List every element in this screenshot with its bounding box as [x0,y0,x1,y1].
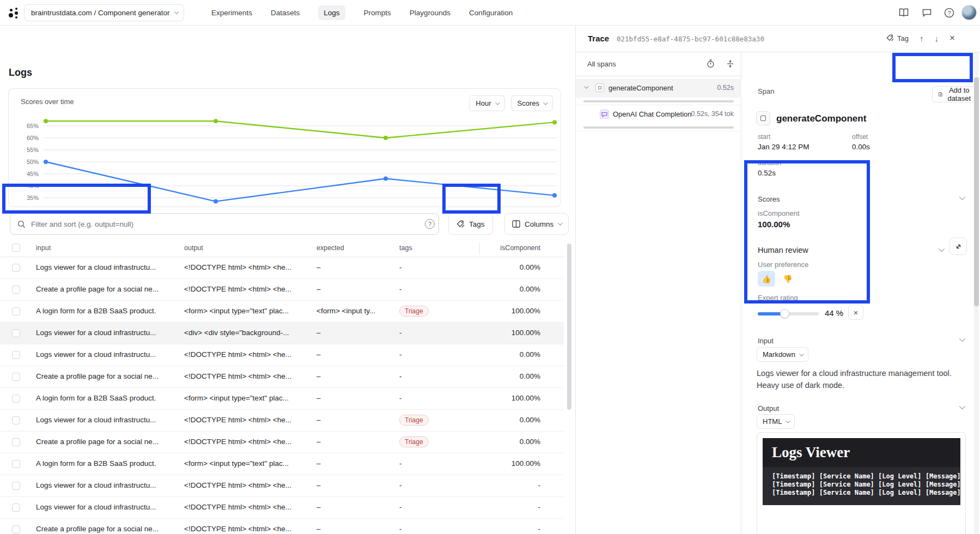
output-collapse-icon[interactable] [959,403,965,409]
table-scrollbar[interactable] [567,244,571,410]
human-review-collapse-icon[interactable] [939,246,945,252]
row-checkbox-box[interactable] [12,416,20,424]
row-checkbox-box[interactable] [12,373,20,381]
user-avatar[interactable] [961,5,977,20]
row-checkbox-box[interactable] [12,395,20,403]
row-checkbox-box[interactable] [12,482,20,490]
col-input[interactable]: input [36,244,176,252]
filter-help-icon[interactable]: ? [425,219,435,229]
cell-input: Logs viewer for a cloud infrastructu... [36,503,176,511]
row-checkbox-box[interactable] [12,525,20,533]
tab-datasets[interactable]: Datasets [271,9,300,17]
close-icon[interactable]: × [949,33,955,44]
metric-label: Scores [518,99,539,107]
thumbs-down-button[interactable]: 👎 [779,271,796,287]
row-checkbox-box[interactable] [12,307,20,315]
row-checkbox[interactable] [12,525,20,534]
input-collapse-icon[interactable] [959,336,965,342]
row-checkbox[interactable] [12,264,20,274]
tags-button[interactable]: Tags [448,213,493,235]
input-text: Logs viewer for a cloud infrastructure m… [757,367,959,391]
row-checkbox-box[interactable] [12,286,20,294]
clear-rating-button[interactable]: × [848,305,863,320]
table-row[interactable]: A login form for a B2B SaaS product.<for… [0,453,564,475]
span-row-generateComponent[interactable]: generateComponent 0.52s [576,79,741,98]
tab-playgrounds[interactable]: Playgrounds [410,9,451,17]
svg-text:55%: 55% [27,147,39,153]
table-row[interactable]: Create a profile page for a social ne...… [0,366,564,388]
row-checkbox-box[interactable] [12,329,20,337]
help-icon[interactable]: ? [943,7,955,19]
col-iscomponent[interactable]: isComponent [466,244,540,252]
cell-iscomponent: 0.00% [466,438,540,446]
project-breadcrumb[interactable]: braintrustdata.com / Component generator [24,4,184,21]
col-tags[interactable]: tags [399,244,467,252]
row-checkbox-box[interactable] [12,351,20,359]
svg-text:65%: 65% [27,123,39,129]
log-line: [Timestamp] [Service Name] [Log Level] [… [772,472,960,481]
filter-input[interactable]: Filter and sort (e.g. output=null) [10,213,439,235]
thumbs-up-button[interactable]: 👍 [758,271,775,287]
slider-knob[interactable] [780,309,789,318]
next-trace-icon[interactable]: ↓ [935,34,939,43]
columns-button[interactable]: Columns [504,213,569,235]
table-row[interactable]: Logs viewer for a cloud infrastructu...<… [0,323,564,344]
chevron-expanded-icon[interactable] [584,84,588,88]
table-row[interactable]: A login form for a B2B SaaS product.<for… [0,388,564,410]
table-row[interactable]: Logs viewer for a cloud infrastructu...<… [0,257,564,279]
tag-button[interactable]: Tag [886,34,909,43]
row-checkbox[interactable] [12,482,20,491]
chevron-down-icon [495,100,500,105]
row-checkbox[interactable] [12,286,20,295]
expand-review-button[interactable] [949,238,967,255]
feedback-chat-icon[interactable] [921,7,933,19]
cell-tags: - [399,263,467,271]
row-checkbox[interactable] [12,503,20,513]
table-row[interactable]: Logs viewer for a cloud infrastructu...<… [0,475,564,497]
metric-dropdown[interactable]: Scores [511,95,553,111]
cell-output: <!DOCTYPE html> <html> <he... [184,481,311,489]
tab-experiments[interactable]: Experiments [211,9,252,17]
row-checkbox[interactable] [12,416,20,426]
output-format-dropdown[interactable]: HTML [757,414,795,429]
tab-logs[interactable]: Logs [318,5,345,20]
table-row[interactable]: A login form for a B2B SaaS product.<for… [0,301,564,323]
interval-dropdown[interactable]: Hour [469,95,504,111]
prev-trace-icon[interactable]: ↑ [920,34,924,43]
span-row-openai-chat-completion[interactable]: OpenAI Chat Completion 0.52s, 354 tok [576,105,741,124]
row-checkbox-box[interactable] [12,503,20,512]
table-row[interactable]: Logs viewer for a cloud infrastructu...<… [0,344,564,366]
page-title: Logs [9,67,32,78]
row-checkbox[interactable] [12,351,20,361]
tab-prompts[interactable]: Prompts [364,9,391,17]
select-all-checkbox[interactable] [12,244,20,252]
row-checkbox[interactable] [12,307,20,317]
detail-scrollbar[interactable] [974,77,979,306]
col-expected[interactable]: expected [316,244,393,252]
row-checkbox[interactable] [12,329,20,339]
row-checkbox[interactable] [12,373,20,383]
stopwatch-icon[interactable] [707,59,715,68]
cell-expected: – [316,263,393,271]
collapse-spans-icon[interactable] [727,59,734,68]
col-output[interactable]: output [184,244,311,252]
row-checkbox[interactable] [12,395,20,404]
row-checkbox-box[interactable] [12,460,20,468]
tab-configuration[interactable]: Configuration [469,9,513,17]
table-row[interactable]: Logs viewer for a cloud infrastructu...<… [0,497,564,519]
output-format-label: HTML [763,417,782,426]
table-row[interactable]: Create a profile page for a social ne...… [0,432,564,453]
row-checkbox[interactable] [12,460,20,470]
table-row[interactable]: Create a profile page for a social ne...… [0,279,564,301]
expert-rating-slider[interactable] [758,312,819,315]
input-format-dropdown[interactable]: Markdown [757,347,808,362]
row-checkbox-box[interactable] [12,438,20,446]
table-row[interactable]: Create a profile page for a social ne...… [0,519,564,534]
table-row[interactable]: Logs viewer for a cloud infrastructu...<… [0,410,564,432]
scores-collapse-icon[interactable] [959,194,965,200]
row-checkbox-box[interactable] [12,264,20,272]
cell-input: Logs viewer for a cloud infrastructu... [36,350,176,359]
row-checkbox[interactable] [12,438,20,448]
docs-book-icon[interactable] [898,7,910,19]
add-to-dataset-button[interactable]: Add to dataset [932,86,979,102]
